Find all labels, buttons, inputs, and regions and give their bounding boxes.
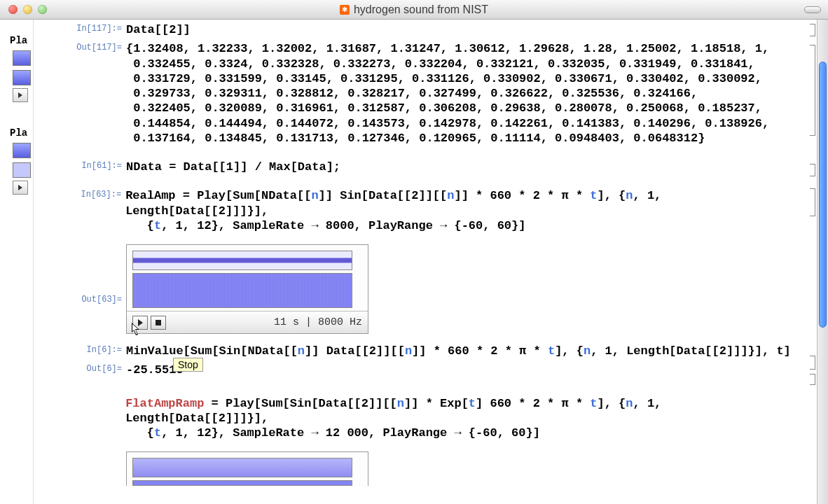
output-label [34, 451, 126, 453]
input-label: In[117]:= [34, 22, 126, 34]
audio-thumbnail[interactable] [13, 50, 31, 66]
window-title: ✱ hydrogen sound from NIST [340, 4, 488, 16]
audio-info: 11 s | 8000 Hz [274, 316, 362, 328]
audio-player: 11 s | 8000 Hz [126, 244, 368, 334]
close-window-button[interactable] [8, 5, 18, 14]
cell-bracket[interactable] [810, 374, 815, 385]
scrollbar-thumb[interactable] [819, 62, 827, 328]
play-button[interactable] [132, 316, 148, 330]
audio-player [126, 451, 368, 486]
input-code[interactable]: MinValue[Sum[Sin[NData[[n]] Data[[2]][[n… [126, 344, 791, 358]
window-title-text: hydrogen sound from NIST [354, 4, 488, 16]
cell-bracket[interactable] [810, 164, 815, 176]
output-label: Out[117]= [34, 41, 126, 52]
audio-thumbnail[interactable] [13, 70, 31, 85]
output-text[interactable]: {1.32408, 1.32233, 1.32002, 1.31687, 1.3… [126, 41, 769, 146]
notebook-content[interactable]: In[117]:= Data[[2]] Out[117]= {1.32408, … [34, 20, 828, 504]
vertical-scrollbar[interactable] [817, 20, 828, 504]
input-code[interactable]: FlatAmpRamp = Play[Sum[Sin[Data[[2]][[n]… [125, 396, 807, 441]
input-code[interactable]: NData = Data[[1]] / Max[Data]; [126, 160, 340, 174]
cell-bracket[interactable] [810, 188, 815, 216]
traffic-lights [0, 5, 47, 14]
stop-button[interactable] [151, 316, 166, 330]
play-button-small[interactable] [13, 181, 28, 195]
section-gutter: Pla Pla [0, 20, 34, 504]
zoom-window-button[interactable] [38, 5, 47, 14]
mathematica-icon: ✱ [340, 5, 350, 15]
waveform-detail[interactable] [132, 480, 352, 486]
input-code[interactable]: RealAmp = Play[Sum[NData[[n]] Sin[Data[[… [125, 188, 807, 233]
waveform-overview[interactable] [132, 251, 352, 270]
cell-bracket[interactable] [810, 45, 815, 136]
waveform-detail[interactable] [132, 273, 352, 308]
input-label: In[6]:= [34, 344, 126, 355]
tooltip: Stop [173, 358, 203, 372]
input-label: In[63]:= [34, 188, 125, 200]
output-label: Out[6]= [34, 363, 126, 374]
input-label: In[61]:= [34, 160, 126, 171]
gutter-label: Pla [0, 32, 33, 46]
input-label [34, 396, 125, 398]
audio-thumbnail[interactable] [13, 162, 31, 178]
gutter-label: Pla [0, 125, 33, 139]
cell-bracket[interactable] [810, 356, 815, 370]
waveform-overview[interactable] [132, 458, 352, 477]
input-code[interactable]: Data[[2]] [126, 22, 191, 37]
proxy-icon-button[interactable] [804, 6, 821, 13]
window-titlebar: ✱ hydrogen sound from NIST [0, 0, 828, 20]
audio-thumbnail[interactable] [13, 143, 31, 158]
play-button-small[interactable] [13, 88, 28, 102]
minimize-window-button[interactable] [23, 5, 32, 14]
output-label: Out[63]= [34, 244, 126, 304]
cell-bracket[interactable] [810, 24, 815, 36]
